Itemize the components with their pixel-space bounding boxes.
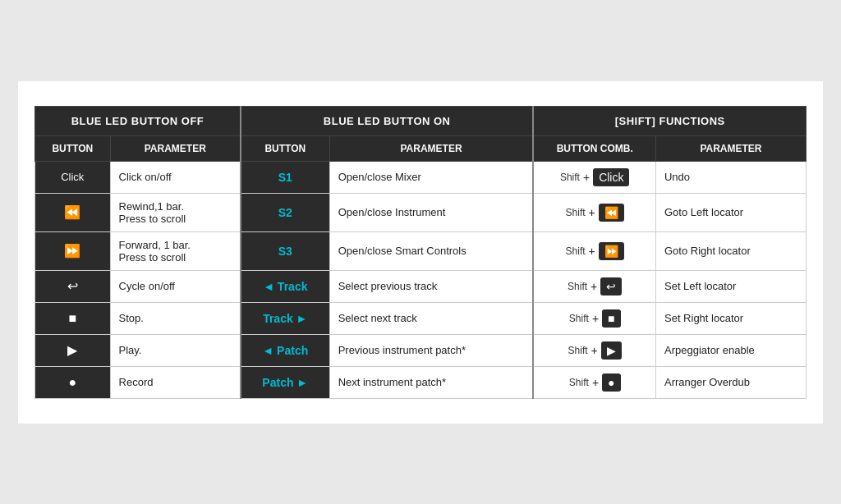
- blue-on-param: Next instrument patch*: [329, 366, 533, 398]
- table-body: ClickClick on/offS1Open/close MixerShift…: [35, 161, 807, 398]
- blue-off-button: Click: [35, 161, 111, 193]
- blue-on-button: ◄ Track: [241, 270, 329, 302]
- plus-sign: +: [583, 171, 590, 184]
- blue-off-button: ↩: [35, 270, 111, 302]
- section-shift: [SHIFT] FUNCTIONS: [533, 106, 806, 135]
- shift-param: Undo: [655, 161, 806, 193]
- plus-sign: +: [589, 206, 595, 219]
- blue-on-button: S3: [241, 231, 329, 270]
- shift-button-icon: ■: [602, 309, 620, 328]
- shift-label: Shift: [560, 172, 580, 183]
- section-header-row: BLUE LED BUTTON OFF BLUE LED BUTTON ON […: [35, 106, 807, 135]
- shift-combo: Shift+■: [533, 302, 655, 334]
- table-row: ClickClick on/offS1Open/close MixerShift…: [35, 161, 807, 193]
- shift-param: Arpeggiator enable: [655, 334, 806, 366]
- blue-on-param: Open/close Smart Controls: [329, 231, 533, 270]
- shift-label: Shift: [566, 245, 586, 257]
- shift-param: Goto Left locator: [655, 193, 806, 231]
- shift-param: Goto Right locator: [655, 231, 806, 270]
- blue-off-param: Record: [110, 366, 241, 398]
- section-blue-off: BLUE LED BUTTON OFF: [35, 106, 241, 135]
- section-blue-on: BLUE LED BUTTON ON: [241, 106, 533, 135]
- blue-on-button: Patch ►: [241, 366, 329, 398]
- blue-on-param: Open/close Instrument: [329, 193, 533, 231]
- blue-off-param: Forward, 1 bar.Press to scroll: [110, 231, 241, 270]
- blue-off-param: Cycle on/off: [110, 270, 241, 302]
- blue-off-param: Rewind,1 bar.Press to scroll: [110, 193, 241, 231]
- shift-combo: Shift+⏪: [533, 193, 655, 231]
- blue-off-button: ●: [35, 366, 111, 398]
- blue-off-button: ■: [35, 302, 111, 334]
- shift-param: Set Left locator: [655, 270, 806, 302]
- blue-off-param: Click on/off: [110, 161, 241, 193]
- shift-param: Set Right locator: [655, 302, 806, 334]
- shift-combo: Shift+●: [533, 366, 655, 398]
- blue-off-param: Play.: [110, 334, 241, 366]
- blue-off-button: ⏩: [35, 231, 111, 270]
- plus-sign: +: [589, 245, 595, 258]
- blue-off-param: Stop.: [110, 302, 241, 334]
- shift-button-icon: ⏪: [599, 204, 624, 222]
- shift-label: Shift: [568, 281, 587, 292]
- shift-button-icon: ↩: [600, 277, 622, 296]
- shift-button-icon: Click: [593, 168, 629, 186]
- plus-sign: +: [591, 280, 597, 293]
- blue-off-button: ⏪: [35, 193, 111, 231]
- plus-sign: +: [591, 344, 598, 357]
- blue-on-button: S1: [241, 161, 329, 193]
- shift-button-icon: ●: [602, 373, 620, 392]
- shift-label: Shift: [566, 207, 586, 218]
- shift-combo: Shift+↩: [533, 270, 655, 302]
- col-comb: BUTTON COMB.: [533, 135, 655, 161]
- shift-combo: Shift+Click: [533, 161, 655, 193]
- col-header-row: BUTTON PARAMETER BUTTON PARAMETER BUTTON…: [35, 135, 807, 161]
- col-button1: BUTTON: [35, 135, 111, 161]
- table-row: ■Stop.Track ►Select next trackShift+■Set…: [35, 302, 807, 334]
- shift-combo: Shift+⏩: [533, 231, 655, 270]
- blue-off-button: ▶: [35, 334, 111, 366]
- table-row: ⏩Forward, 1 bar.Press to scrollS3Open/cl…: [35, 231, 807, 270]
- shift-combo: Shift+▶: [533, 334, 655, 366]
- col-param1: PARAMETER: [110, 135, 241, 161]
- blue-on-param: Select next track: [329, 302, 533, 334]
- shift-label: Shift: [568, 345, 588, 356]
- main-container: BLUE LED BUTTON OFF BLUE LED BUTTON ON […: [18, 81, 823, 424]
- shift-label: Shift: [569, 377, 589, 388]
- shift-param: Arranger Overdub: [655, 366, 806, 398]
- reference-table: BLUE LED BUTTON OFF BLUE LED BUTTON ON […: [34, 106, 807, 399]
- shift-button-icon: ⏩: [599, 242, 624, 260]
- col-button2: BUTTON: [241, 135, 329, 161]
- shift-button-icon: ▶: [601, 341, 622, 360]
- shift-label: Shift: [569, 313, 589, 324]
- table-row: ⏪Rewind,1 bar.Press to scrollS2Open/clos…: [35, 193, 807, 231]
- blue-on-param: Select previous track: [329, 270, 533, 302]
- plus-sign: +: [592, 376, 599, 389]
- blue-on-button: S2: [241, 193, 329, 231]
- blue-on-button: ◄ Patch: [241, 334, 329, 366]
- plus-sign: +: [592, 312, 599, 325]
- col-param2: PARAMETER: [329, 135, 533, 161]
- col-param3: PARAMETER: [655, 135, 806, 161]
- blue-on-param: Open/close Mixer: [329, 161, 533, 193]
- blue-on-param: Previous instrument patch*: [329, 334, 533, 366]
- blue-on-button: Track ►: [241, 302, 329, 334]
- table-row: ▶Play.◄ PatchPrevious instrument patch*S…: [35, 334, 807, 366]
- table-row: ↩Cycle on/off◄ TrackSelect previous trac…: [35, 270, 807, 302]
- table-row: ●RecordPatch ►Next instrument patch*Shif…: [35, 366, 807, 398]
